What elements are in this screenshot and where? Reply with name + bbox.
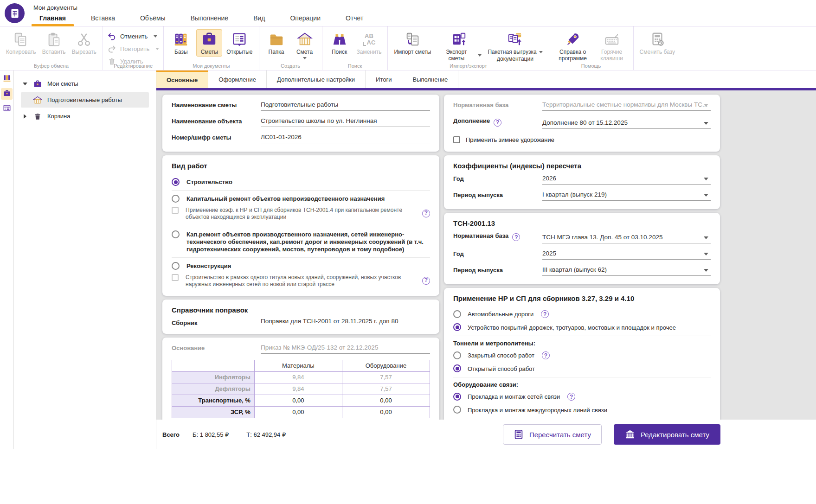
bottom-bar: Всего Б: 1 802,55 ₽ Т: 62 492,94 ₽ Перес… — [156, 420, 816, 449]
redo-button[interactable]: Повторить — [107, 44, 159, 53]
totals: Всего Б: 1 802,55 ₽ Т: 62 492,94 ₽ — [162, 431, 303, 438]
tsn-norm-base-select[interactable]: ТСН МГЭ глава 13. Доп. 45 от 03.10.2025 — [542, 234, 711, 243]
radio-checked-icon[interactable] — [453, 323, 461, 331]
undo-button[interactable]: Отменить — [107, 32, 159, 41]
norm-base-select[interactable]: Территориальные сметные нормативы для Мо… — [542, 101, 711, 111]
radio-checked-icon[interactable] — [453, 393, 461, 401]
cell-value[interactable]: 0,00 — [254, 395, 342, 406]
chevron-down-icon[interactable] — [478, 54, 482, 57]
estimate-name-input[interactable]: Подготовительные работы — [261, 101, 430, 111]
chevron-down-icon[interactable] — [154, 35, 157, 38]
strip-table-button[interactable] — [1, 103, 13, 115]
hotkeys-button[interactable]: Горячие клавиши — [595, 29, 629, 63]
recalculate-button[interactable]: Пересчитать смету — [503, 424, 602, 445]
tree-item-my-estimates[interactable]: Мои сметы — [14, 76, 156, 91]
help-icon[interactable] — [541, 310, 549, 318]
option-auto-roads[interactable]: Автомобильные дороги — [453, 307, 711, 321]
checkbox-disabled-icon[interactable] — [172, 207, 179, 214]
radio-icon[interactable] — [453, 406, 461, 414]
import-estimate-button[interactable]: Импорт сметы — [392, 29, 433, 57]
tab-itogi[interactable]: Итоги — [366, 70, 402, 88]
menu-tab-operacii[interactable]: Операции — [277, 11, 333, 26]
chevron-down-icon[interactable] — [22, 83, 28, 85]
menu-tab-vypolnenie[interactable]: Выполнение — [178, 11, 241, 26]
menu-tab-vstavka[interactable]: Вставка — [78, 11, 128, 26]
edit-estimate-button[interactable]: Редактировать смету — [614, 424, 720, 445]
about-button[interactable]: Справка о программе — [553, 29, 592, 63]
cell-value[interactable]: 7,57 — [342, 371, 430, 383]
tsn-period-select[interactable]: III квартал (выпуск 62) — [542, 266, 711, 276]
object-name-input[interactable]: Строительство школы по ул. Неглинная — [261, 117, 430, 127]
open-documents-button[interactable]: Открытые — [225, 29, 254, 57]
option-open-method[interactable]: Открытый способ работ — [453, 362, 711, 375]
help-icon[interactable] — [422, 210, 430, 217]
cell-value[interactable]: 0,00 — [254, 406, 342, 418]
radio-icon[interactable] — [172, 262, 180, 270]
help-icon[interactable] — [422, 277, 430, 285]
radio-checked-icon[interactable] — [172, 178, 180, 186]
tsn-year-select[interactable]: 2025 — [542, 250, 711, 260]
menu-tab-glavnaya[interactable]: Главная — [27, 11, 78, 26]
new-estimate-button[interactable]: Смета — [292, 29, 318, 60]
replace-button[interactable]: AB AC Заменить — [355, 29, 384, 57]
cell-value[interactable]: 0,00 — [342, 406, 430, 418]
chevron-right-icon[interactable] — [22, 114, 28, 119]
batch-export-button[interactable]: Пакетная выгрузка документации — [486, 29, 544, 64]
export-estimate-button[interactable]: Экспорт сметы — [435, 29, 483, 63]
checkbox-disabled-icon[interactable] — [172, 274, 179, 281]
tree-item-trash[interactable]: Корзина — [14, 108, 156, 124]
paste-button[interactable]: Вставить — [40, 29, 68, 57]
option-comm-networks[interactable]: Прокладка и монтаж сетей связи — [453, 390, 711, 403]
option-paths-coverings[interactable]: Устройство покрытий дорожек, тротуаров, … — [453, 321, 711, 334]
radio-icon[interactable] — [172, 195, 180, 203]
radio-icon[interactable] — [453, 310, 461, 318]
cell-value[interactable]: 0,00 — [342, 395, 430, 406]
new-folder-button[interactable]: Папка — [263, 29, 289, 57]
binoculars-icon — [331, 30, 348, 49]
cell-value[interactable]: 9,84 — [254, 383, 342, 395]
estimates-button[interactable]: Сметы — [196, 29, 222, 57]
work-type-option-construction[interactable]: Строительство — [172, 175, 430, 190]
option-comm-longdistance[interactable]: Прокладка и монтаж междугородных линий с… — [453, 403, 711, 416]
work-type-option-reconstruction[interactable]: Реконструкция — [172, 259, 430, 274]
menu-tab-otchet[interactable]: Отчет — [333, 11, 376, 26]
menu-tab-obyomy[interactable]: Объёмы — [128, 11, 178, 26]
tree-item-selected-estimate[interactable]: Подготовительные работы — [21, 92, 149, 108]
strip-estimates-button[interactable] — [1, 88, 13, 100]
year-select[interactable]: 2026 — [542, 175, 711, 185]
cell-value[interactable]: 9,84 — [254, 371, 342, 383]
app-logo-icon[interactable] — [5, 3, 25, 23]
work-type-option-capital-repair[interactable]: Капитальный ремонт объектов непроизводст… — [172, 191, 430, 206]
chevron-down-icon[interactable] — [303, 57, 307, 59]
radio-icon[interactable] — [172, 230, 180, 238]
radio-icon[interactable] — [453, 351, 461, 359]
radio-checked-icon[interactable] — [453, 364, 461, 372]
cut-button[interactable]: Вырезать — [70, 29, 98, 57]
help-icon[interactable] — [567, 393, 575, 401]
period-select[interactable]: I квартал (выпуск 219) — [542, 191, 711, 201]
cell-value[interactable]: 7,57 — [342, 383, 430, 395]
chevron-down-icon — [704, 122, 708, 125]
tab-osnovnye[interactable]: Основные — [156, 70, 208, 88]
help-icon[interactable] — [542, 351, 550, 359]
supplement-select[interactable]: Дополнение 80 от 15.12.2025 — [542, 119, 711, 129]
help-icon[interactable] — [512, 233, 520, 241]
winter-costs-checkbox-row[interactable]: Применить зимнее удорожание — [453, 135, 711, 145]
basis-input[interactable]: Приказ № МКЭ-ОД/25-132 от 22.12.2025 — [261, 344, 430, 354]
option-closed-method[interactable]: Закрытый способ работ — [453, 349, 711, 362]
chevron-down-icon[interactable] — [155, 48, 159, 50]
tab-dop-nastroyki[interactable]: Дополнительные настройки — [267, 70, 366, 88]
tab-oformlenie[interactable]: Оформление — [208, 70, 267, 88]
help-icon[interactable] — [494, 119, 501, 127]
chevron-down-icon[interactable] — [539, 51, 543, 53]
tab-vypolnenie[interactable]: Выполнение — [402, 70, 458, 88]
checkbox-unchecked-icon[interactable] — [453, 136, 460, 143]
bases-button[interactable]: Базы — [168, 29, 194, 57]
menu-tab-vid[interactable]: Вид — [241, 11, 277, 26]
copy-button[interactable]: Копировать — [4, 29, 38, 57]
search-button[interactable]: Поиск — [327, 29, 353, 57]
work-type-option-industrial-repair[interactable]: Кап.ремонт объектов производственного на… — [172, 227, 430, 257]
strip-bases-button[interactable] — [1, 73, 13, 85]
change-base-button[interactable]: Сменить базу — [638, 29, 677, 57]
estimate-number-input[interactable]: ЛС01-01-2026 — [261, 134, 430, 143]
